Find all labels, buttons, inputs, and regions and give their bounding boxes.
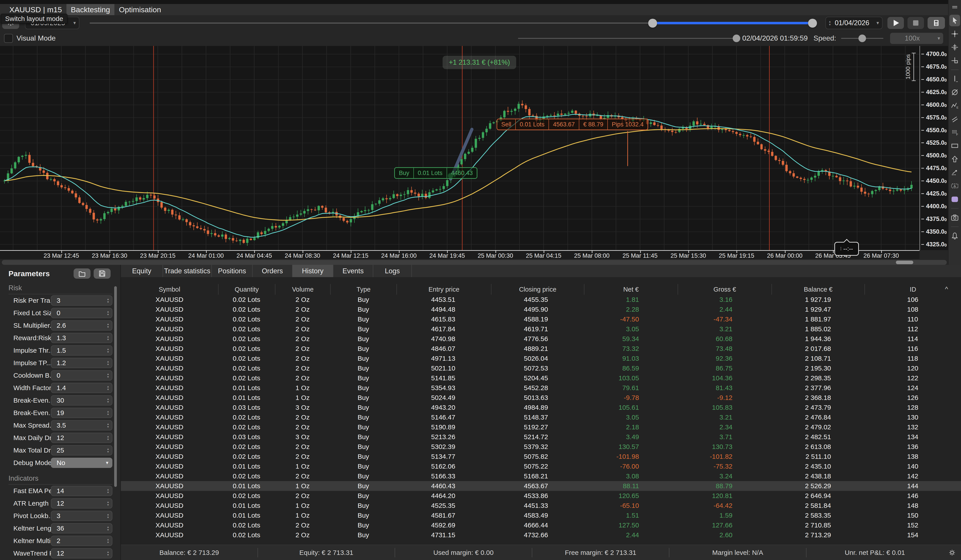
column-header[interactable]: Closing price [491, 284, 584, 295]
grip-icon[interactable] [950, 2, 960, 13]
stepper-icon[interactable]: ▴▾ [107, 372, 109, 378]
column-header[interactable]: Gross € [678, 284, 771, 295]
stepper-icon[interactable]: ▴▾ [107, 538, 109, 544]
column-header[interactable]: Volume [275, 284, 330, 295]
speed-slider-thumb[interactable] [858, 35, 866, 42]
param-cooldown-b-input[interactable]: 0▴▾ [51, 370, 112, 380]
table-row[interactable]: XAUUSD0.02 Lots2 OzBuy5302.395379.32130.… [121, 442, 961, 452]
color-swatch-icon[interactable] [950, 194, 960, 205]
param-keltner-multi-input[interactable]: 2▴▾ [51, 536, 112, 546]
time-axis[interactable]: 23 Mar 12:4523 Mar 16:3023 Mar 20:1524 M… [0, 250, 919, 259]
arrow-up-icon[interactable] [950, 153, 960, 165]
candlestick-chart[interactable]: +1 213.31 € (+81%) Sell0.01 Lots4563.67€… [0, 46, 919, 250]
stepper-icon[interactable]: ▴▾ [107, 410, 109, 416]
stepper-icon[interactable]: ▴▾ [107, 335, 109, 341]
param-max-daily-dr-input[interactable]: 12▴▾ [51, 433, 112, 443]
param-impulse-tp-input[interactable]: 1.2▴▾ [51, 358, 112, 368]
column-header[interactable]: Entry price [397, 284, 491, 295]
sell-trade-tag[interactable]: Sell0.01 Lots4563.67€ 88.79Pips 1032.4 [497, 119, 648, 130]
param-debug-mode-select[interactable]: No▾ [51, 458, 112, 468]
table-row[interactable]: XAUUSD0.02 Lots2 OzBuy4453.514455.351.81… [121, 295, 961, 305]
playback-slider-thumb[interactable] [733, 35, 740, 42]
speed-select[interactable]: 100x ▾ [890, 33, 943, 44]
param-width-factor-input[interactable]: 1.4▴▾ [51, 383, 112, 393]
param-keltner-leng-input[interactable]: 36▴▾ [51, 523, 112, 533]
stepper-icon[interactable]: ▴▾ [107, 310, 109, 316]
param-break-even-input[interactable]: 19▴▾ [51, 408, 112, 418]
crosshair-box-icon[interactable] [950, 55, 960, 66]
save-parameters-button[interactable] [94, 268, 111, 279]
stepper-icon[interactable]: ▴▾ [107, 448, 109, 453]
table-row[interactable]: XAUUSD0.03 Lots3 OzBuy4943.204984.89105.… [121, 403, 961, 412]
scrollbar-thumb[interactable] [896, 261, 913, 264]
table-row[interactable]: XAUUSD0.02 Lots2 OzBuy5141.855204.45103.… [121, 373, 961, 383]
param-atr-length-input[interactable]: 12▴▾ [51, 498, 112, 509]
play-button[interactable] [887, 17, 904, 29]
param-fixed-lot-size-input[interactable]: 0▴▾ [51, 308, 112, 318]
stepper-icon[interactable]: ▴▾ [107, 435, 109, 441]
tab-optimisation[interactable]: Optimisation [114, 4, 166, 15]
table-row[interactable]: XAUUSD0.02 Lots2 OzBuy4846.074889.2173.3… [121, 344, 961, 353]
end-date-input[interactable]: ▴▾ 01/04/2026 ▾ [826, 17, 882, 29]
ellipse-icon[interactable] [950, 87, 960, 98]
table-row[interactable]: XAUUSD0.02 Lots2 OzBuy4740.984776.5659.3… [121, 334, 961, 344]
range-slider-thumb-right[interactable] [808, 19, 817, 28]
table-row[interactable]: XAUUSD0.02 Lots2 OzBuy4494.484495.902.28… [121, 305, 961, 314]
stepper-icon[interactable]: ▴▾ [107, 323, 109, 328]
stepper-icon[interactable]: ▴▾ [107, 360, 109, 366]
column-header[interactable]: Quantity [218, 284, 275, 295]
table-row[interactable]: XAUUSD0.02 Lots2 OzBuy5021.105072.5386.5… [121, 363, 961, 373]
range-slider-thumb-left[interactable] [648, 19, 657, 28]
cursor-icon[interactable] [950, 15, 960, 26]
stepper-icon[interactable]: ▴▾ [107, 385, 109, 391]
stepper-icon[interactable]: ▴▾ [107, 488, 109, 494]
stepper-icon[interactable]: ▴▾ [107, 422, 109, 428]
tab-backtesting[interactable]: Backtesting [66, 4, 115, 15]
buy-trade-tag[interactable]: Buy0.01 Lots4460.43 [394, 167, 477, 179]
playback-slider-track[interactable] [518, 38, 736, 39]
sort-ascending-icon[interactable]: ^ [945, 286, 948, 293]
chart-horizontal-scrollbar[interactable] [2, 260, 947, 265]
results-tab-orders[interactable]: Orders [252, 265, 292, 277]
table-row[interactable]: XAUUSD0.02 Lots2 OzBuy4615.834588.19-47.… [121, 314, 961, 324]
param-reward-risk-input[interactable]: 1.3▴▾ [51, 333, 112, 343]
parameters-scrollbar[interactable] [114, 286, 117, 487]
table-row[interactable]: XAUUSD0.01 Lots1 OzBuy4525.354451.33-65.… [121, 501, 961, 510]
channels-icon[interactable] [950, 113, 960, 125]
table-row[interactable]: XAUUSD0.01 Lots1 OzBuy4581.674583.491.51… [121, 510, 961, 520]
visual-mode-checkbox[interactable] [4, 34, 13, 43]
table-row[interactable]: XAUUSD0.02 Lots2 OzBuy4731.154732.662.44… [121, 530, 961, 540]
stepper-icon[interactable]: ▴▾ [107, 348, 109, 353]
table-row[interactable]: XAUUSD0.02 Lots2 OzBuy4592.694666.44127.… [121, 520, 961, 530]
table-row[interactable]: XAUUSD0.01 Lots1 OzBuy4460.434563.6788.1… [121, 481, 961, 491]
table-row[interactable]: XAUUSD0.02 Lots2 OzBuy5134.775075.82-101… [121, 452, 961, 462]
results-tab-trade-statistics[interactable]: Trade statistics [163, 265, 212, 277]
date-stepper-icon[interactable]: ▴▾ [829, 20, 831, 26]
crosshair-tuned-icon[interactable] [950, 42, 960, 53]
stepper-icon[interactable]: ▴▾ [107, 501, 109, 506]
table-row[interactable]: XAUUSD0.01 Lots1 OzBuy5354.935452.2879.6… [121, 383, 961, 393]
elliott-wave-icon[interactable]: E [950, 100, 960, 111]
crosshair-icon[interactable] [950, 28, 960, 40]
param-pivot-lookb-input[interactable]: 3▴▾ [51, 511, 112, 521]
stepper-icon[interactable]: ▴▾ [107, 513, 109, 519]
results-tab-history[interactable]: History [292, 265, 333, 277]
stepper-icon[interactable]: ▴▾ [107, 398, 109, 403]
param-break-even-input[interactable]: 30▴▾ [51, 395, 112, 406]
column-header[interactable]: Symbol [121, 284, 218, 295]
table-row[interactable]: XAUUSD0.02 Lots2 OzBuy4617.844619.713.05… [121, 324, 961, 334]
settings-button[interactable] [943, 549, 961, 557]
column-header[interactable]: Net € [584, 284, 678, 295]
load-parameters-button[interactable] [74, 268, 90, 279]
date-range-slider[interactable] [90, 17, 816, 29]
column-header[interactable]: Type [330, 284, 397, 295]
table-row[interactable]: XAUUSD0.02 Lots2 OzBuy5166.335168.213.08… [121, 471, 961, 481]
tab-symbol-timeframe[interactable]: XAUUSD | m15 [5, 4, 66, 15]
table-row[interactable]: XAUUSD0.02 Lots2 OzBuy4464.204533.86120.… [121, 491, 961, 501]
table-row[interactable]: XAUUSD0.02 Lots2 OzBuy5146.475148.373.05… [121, 412, 961, 422]
param-impulse-thr-input[interactable]: 1.5▴▾ [51, 345, 112, 356]
param-sl-multiplier-input[interactable]: 2.6▴▾ [51, 320, 112, 331]
results-tab-positions[interactable]: Positions [212, 265, 252, 277]
column-header[interactable]: Balance € [771, 284, 865, 295]
chart-canvas[interactable] [0, 46, 919, 250]
